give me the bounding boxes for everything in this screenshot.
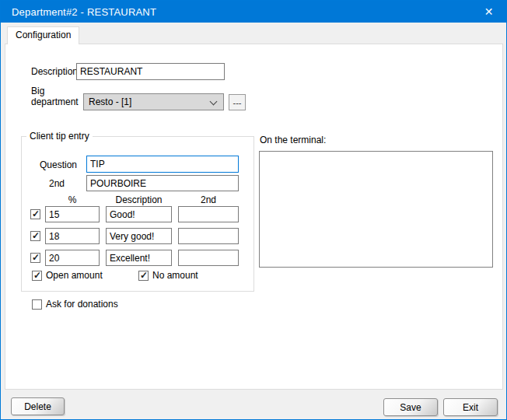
big-department-select[interactable]: Resto - [1]	[83, 93, 224, 110]
chevron-down-icon	[210, 98, 218, 106]
big-department-label: Big department	[31, 86, 79, 107]
no-amount-label: No amount	[152, 270, 198, 281]
close-icon[interactable]: ✕	[471, 1, 506, 23]
on-terminal-textarea[interactable]	[259, 151, 493, 268]
client-tip-entry-title: Client tip entry	[26, 131, 93, 142]
tip-row-1-description-input[interactable]	[106, 206, 172, 222]
tip-row-3-percent-input[interactable]	[45, 250, 100, 266]
tip-row-2-checkbox[interactable]	[30, 231, 40, 241]
exit-button[interactable]: Exit	[443, 398, 498, 416]
save-button[interactable]: Save	[383, 398, 438, 416]
on-terminal-label: On the terminal:	[260, 135, 326, 145]
no-amount-checkbox[interactable]: No amount	[138, 270, 198, 281]
question-label: Question	[40, 159, 77, 170]
second-question-input[interactable]	[86, 175, 239, 191]
percent-column-header: %	[45, 194, 100, 205]
title-bar: Department#2 - RESTAURANT ✕	[1, 1, 506, 23]
tip-row-1-second-input[interactable]	[178, 206, 239, 222]
open-amount-label: Open amount	[46, 270, 103, 281]
description-label: Description	[31, 66, 78, 77]
tip-row-2-percent-input[interactable]	[45, 228, 100, 244]
open-amount-checkbox[interactable]: Open amount	[32, 270, 103, 281]
tip-row-3-checkbox[interactable]	[30, 253, 40, 263]
ask-donations-checkmark	[32, 299, 42, 310]
tab-configuration[interactable]: Configuration	[7, 26, 79, 44]
tip-row-1-checkbox[interactable]	[30, 209, 40, 219]
delete-button[interactable]: Delete	[11, 397, 65, 415]
description-input[interactable]	[76, 63, 225, 80]
tip-row-3-description-input[interactable]	[106, 250, 172, 266]
second-column-header: 2nd	[178, 194, 239, 205]
tip-row-3-second-input[interactable]	[178, 250, 239, 266]
second-question-label: 2nd	[49, 178, 65, 189]
department-dialog: Department#2 - RESTAURANT ✕ Configuratio…	[0, 0, 507, 420]
tip-row-1-percent-input[interactable]	[45, 206, 100, 222]
window-title: Department#2 - RESTAURANT	[1, 6, 156, 18]
question-input[interactable]	[86, 156, 239, 173]
tip-row-2-second-input[interactable]	[178, 228, 239, 244]
open-amount-checkmark	[32, 271, 42, 281]
big-department-selected-value: Resto - [1]	[89, 96, 131, 107]
no-amount-checkmark	[138, 271, 149, 281]
ask-donations-checkbox[interactable]: Ask for donations	[32, 299, 118, 310]
client-tip-entry-group: Client tip entry Question 2nd % Descript…	[21, 136, 254, 292]
big-department-browse-button[interactable]: ---	[229, 94, 246, 110]
description-column-header: Description	[106, 194, 172, 205]
ask-donations-label: Ask for donations	[46, 299, 118, 310]
tip-row-2-description-input[interactable]	[106, 228, 172, 244]
configuration-page: Description Big department Resto - [1] -…	[5, 44, 503, 390]
